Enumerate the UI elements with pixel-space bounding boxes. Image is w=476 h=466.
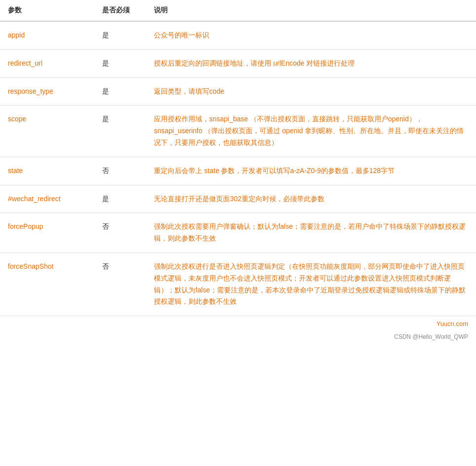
description-cell: 公众号的唯一标识 <box>146 21 476 49</box>
param-name-cell: appid <box>0 21 94 49</box>
table-row: forceSnapShot否强制此次授权进行是否进入快照页逻辑判定（在快照页功能… <box>0 252 476 316</box>
description-cell: 强制此次授权进行是否进入快照页逻辑判定（在快照页功能灰度期间，部分网页即使命中了… <box>146 252 476 316</box>
main-container: 参数 是否必须 说明 appid是公众号的唯一标识redirect_uri是授权… <box>0 0 476 466</box>
description-cell: 返回类型，请填写code <box>146 77 476 106</box>
csdn-note-text: CSDN @Hello_World_QWP <box>0 331 476 344</box>
required-cell: 是 <box>94 185 146 213</box>
required-cell: 否 <box>94 252 146 316</box>
required-cell: 是 <box>94 77 146 106</box>
description-cell: 应用授权作用域，snsapi_base （不弹出授权页面，直接跳转，只能获取用户… <box>146 106 476 157</box>
param-name-cell: state <box>0 157 94 185</box>
description-cell: 强制此次授权需要用户弹窗确认；默认为false；需要注意的是，若用户命中了特殊场… <box>146 213 476 253</box>
table-row: appid是公众号的唯一标识 <box>0 21 476 49</box>
col-description: 说明 <box>146 0 476 21</box>
watermark-text: Yuucn.com <box>0 316 476 331</box>
required-cell: 是 <box>94 106 146 157</box>
params-table: 参数 是否必须 说明 appid是公众号的唯一标识redirect_uri是授权… <box>0 0 476 316</box>
required-cell: 否 <box>94 213 146 253</box>
required-cell: 是 <box>94 21 146 49</box>
table-row: scope是应用授权作用域，snsapi_base （不弹出授权页面，直接跳转，… <box>0 106 476 157</box>
description-cell: 授权后重定向的回调链接地址，请使用 urlEncode 对链接进行处理 <box>146 49 476 77</box>
table-header-row: 参数 是否必须 说明 <box>0 0 476 21</box>
col-param: 参数 <box>0 0 94 21</box>
param-name-cell: forceSnapShot <box>0 252 94 316</box>
table-row: forcePopup否强制此次授权需要用户弹窗确认；默认为false；需要注意的… <box>0 213 476 253</box>
required-cell: 否 <box>94 157 146 185</box>
required-cell: 是 <box>94 49 146 77</box>
param-name-cell: #wechat_redirect <box>0 185 94 213</box>
col-required: 是否必须 <box>94 0 146 21</box>
table-row: redirect_uri是授权后重定向的回调链接地址，请使用 urlEncode… <box>0 49 476 77</box>
description-cell: 无论直接打开还是做页面302重定向时候，必须带此参数 <box>146 185 476 213</box>
param-name-cell: response_type <box>0 77 94 106</box>
table-row: #wechat_redirect是无论直接打开还是做页面302重定向时候，必须带… <box>0 185 476 213</box>
param-name-cell: forcePopup <box>0 213 94 253</box>
table-row: state否重定向后会带上 state 参数，开发者可以填写a-zA-Z0-9的… <box>0 157 476 185</box>
param-name-cell: redirect_uri <box>0 49 94 77</box>
param-name-cell: scope <box>0 106 94 157</box>
table-row: response_type是返回类型，请填写code <box>0 77 476 106</box>
description-cell: 重定向后会带上 state 参数，开发者可以填写a-zA-Z0-9的参数值，最多… <box>146 157 476 185</box>
